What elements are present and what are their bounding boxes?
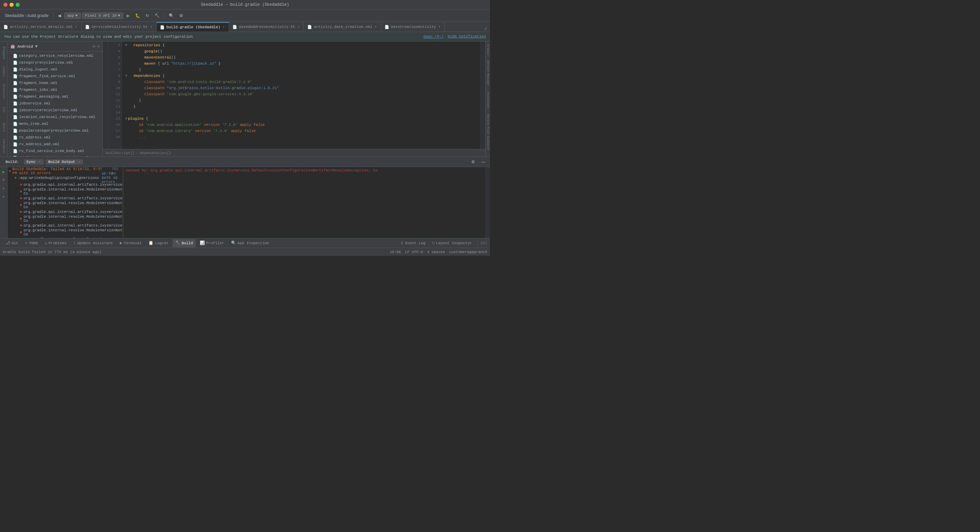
file-explorer-btn[interactable]: Device File Explorer	[485, 113, 490, 152]
tree-item-category-service-rv[interactable]: 📄 category_service_recyclerview.xml	[8, 52, 102, 59]
resource-manager-btn[interactable]: Resource	[0, 81, 7, 101]
app-tab-layout-inspector[interactable]: □ Layout Inspector	[430, 239, 475, 247]
tree-item-rv-find-body[interactable]: 📄 rv_find_service_item_body.xml	[8, 148, 102, 154]
branch-label[interactable]: customerapppranch	[449, 250, 487, 254]
back-button[interactable]: ◀	[56, 12, 63, 19]
build-output-tab[interactable]: Build Output ×	[46, 159, 83, 165]
build-close-btn[interactable]: —	[479, 159, 487, 165]
breadcrumb-item-1[interactable]: buildscript{}	[105, 151, 135, 155]
cursor-position[interactable]: 10:68	[390, 250, 401, 254]
sync-tab[interactable]: Sync ×	[24, 159, 43, 165]
debug-button[interactable]: 🐛	[133, 12, 142, 19]
tree-item-fragment-messaging[interactable]: 📄 fragment_messaging.xml	[8, 93, 102, 100]
tree-item-rv-address-add[interactable]: 📄 rv_address_add.xml	[8, 141, 102, 148]
settings-button[interactable]: ⚙	[177, 12, 185, 19]
minimize-button[interactable]	[10, 3, 14, 7]
chevron-down-icon: ▼	[76, 14, 78, 18]
app-tab-update-assistant[interactable]: ↑ Update Assistant	[71, 239, 116, 247]
tree-item-rv-address[interactable]: 📄 rv_address.xml	[8, 134, 102, 141]
build-item-3[interactable]: ● org.gradle.api.internal.artifacts.ivys…	[8, 195, 123, 202]
code-content[interactable]: ▼ repositories { google() mavenCentral()…	[122, 41, 480, 149]
project-icon-btn[interactable]: Project	[0, 43, 7, 63]
tree-item-menu-item[interactable]: 📄 menu_item.xml	[8, 121, 102, 127]
tree-item-jobservice[interactable]: 📄 jobservice.xml	[8, 100, 102, 107]
tab-close-icon[interactable]: ×	[438, 25, 441, 29]
close-button[interactable]	[3, 3, 8, 7]
build-item-7[interactable]: ● org.gradle.api.internal.artifacts.ivys…	[8, 222, 123, 229]
build-item-4[interactable]: ● org.gradle.internal.resolve.ModuleVers…	[8, 202, 123, 208]
tree-item-fragment-jobs[interactable]: 📄 fragment_jobs.xml	[8, 86, 102, 93]
notification-hide-link[interactable]: Hide notification	[448, 34, 486, 39]
app-tab-logcat[interactable]: 📋 Logcat	[146, 239, 171, 247]
project-nav-button[interactable]: Skedaddle › build.gradle	[3, 12, 51, 19]
run-config-selector[interactable]: app ▼	[64, 13, 81, 19]
commit-icon-btn[interactable]: Commit	[0, 64, 7, 80]
tree-item-rv-find-header[interactable]: 📄 rv_find_service_item_header.xml	[8, 154, 102, 156]
tab-service-details-activity[interactable]: 📄 ServiceDetailsActivity.kt ×	[82, 22, 156, 32]
maximize-button[interactable]	[16, 3, 20, 7]
encoding-label[interactable]: LF UTF-8	[405, 250, 423, 254]
build-item-8[interactable]: ● org.gradle.internal.resolve.ModuleVers…	[8, 229, 123, 236]
device-manager-btn[interactable]: Device Manager	[485, 59, 490, 88]
fold-icon[interactable]: ▼	[124, 42, 128, 48]
search-button[interactable]: 🔍	[167, 12, 176, 19]
tree-item-jobservice-rv[interactable]: 📄 jobservicerecyclerview.xml	[8, 107, 102, 114]
app-tab-build[interactable]: 🔨 Build	[172, 239, 196, 247]
emulator-btn[interactable]: Emulator	[0, 137, 7, 156]
tree-item-dialog-logout[interactable]: 📄 dialog_logout.xml	[8, 66, 102, 73]
sync-button[interactable]: ↻	[143, 12, 151, 19]
device-selector[interactable]: Pixel 5 API 28 ▼	[82, 13, 123, 19]
bookmarks-btn[interactable]: Bkmrk	[0, 119, 7, 136]
assistant-btn[interactable]: Assistant	[485, 91, 490, 110]
stop-icon-btn[interactable]: ■	[0, 176, 7, 183]
tab-saved-addresses[interactable]: 📄 SavedAddressesActivity.kt ×	[229, 22, 304, 32]
breadcrumb-item-2[interactable]: dependencies{}	[140, 151, 171, 155]
fold-icon-15[interactable]: ▼	[124, 116, 128, 122]
build-output-tab-close[interactable]: ×	[78, 160, 80, 164]
app-tab-app-inspection[interactable]: 🔍 App Inspection	[228, 239, 272, 247]
app-tab-problems[interactable]: ⚠ Problems	[42, 239, 69, 247]
build-item-5[interactable]: ● org.gradle.api.internal.artifacts.ivys…	[8, 208, 123, 215]
gradle-panel-btn[interactable]: Gradle	[485, 43, 490, 56]
tab-activity-service-details[interactable]: 📄 activity_service_details.xml ×	[0, 22, 82, 32]
notification-open-link[interactable]: Open (⌘;)	[423, 34, 443, 39]
app-tab-todo[interactable]: ✓ TODO	[22, 239, 41, 247]
indent-label[interactable]: 4 spaces	[427, 250, 445, 254]
tab-close-icon[interactable]: ×	[75, 25, 78, 29]
tab-activity-date-creation[interactable]: 📄 activity_date_creation.xml ×	[304, 22, 381, 32]
app-tab-profiler[interactable]: 📊 Profiler	[197, 239, 227, 247]
app-tab-terminal[interactable]: ▶ Terminal	[117, 239, 144, 247]
build-item-write-debug[interactable]: ● :app:writeDebugSigningConfigVersions U…	[8, 175, 123, 181]
build-settings-btn[interactable]: ⚙	[469, 159, 477, 165]
tab-build-gradle[interactable]: 📄 build.gradle (Skedaddle) ×	[156, 22, 229, 32]
settings-icon[interactable]: ⚙	[93, 44, 95, 49]
star-icon-btn[interactable]: ★	[0, 193, 7, 200]
tree-item-location-carousel[interactable]: 📄 location_carousel_recyclerview.xml	[8, 114, 102, 121]
app-tab-event-log[interactable]: 2 Event Log	[398, 239, 428, 247]
tab-close-icon[interactable]: ×	[222, 25, 225, 30]
window-controls[interactable]	[3, 3, 20, 7]
editor-scrollbar[interactable]	[480, 41, 485, 149]
build-item-2[interactable]: ● org.gradle.internal.resolve.ModuleVers…	[8, 188, 123, 195]
run-icon-btn[interactable]: ▶	[0, 168, 7, 175]
tab-close-icon[interactable]: ×	[374, 25, 377, 29]
bottom-scrollbar[interactable]	[485, 167, 490, 238]
col-label[interactable]: Col	[480, 241, 487, 245]
tree-item-fragment-home[interactable]: 📄 fragment_home.xml	[8, 79, 102, 86]
build-item-6[interactable]: ● org.gradle.internal.resolve.ModuleVers…	[8, 215, 123, 222]
tab-close-icon[interactable]: ×	[297, 25, 300, 29]
run-button[interactable]: ▶	[124, 12, 132, 19]
filter-icon-btn[interactable]: ⊙	[0, 185, 7, 192]
project-sidebar: 🤖 Android ▼ ⚙ ≡ 📄 category_service_recyc…	[8, 41, 103, 156]
favorites-btn[interactable]: Fav	[0, 102, 7, 118]
tree-item-popular-category[interactable]: 📄 popularcategoryrecyclerview.xml	[8, 127, 102, 134]
tree-item-fragment-find[interactable]: 📄 fragment_find_service.xml	[8, 73, 102, 79]
tree-item-category-rv[interactable]: 📄 categoryrecyclerview.xml	[8, 59, 102, 66]
sync-tab-close[interactable]: ×	[39, 160, 41, 164]
collapse-all-icon[interactable]: ≡	[97, 44, 100, 49]
build-button[interactable]: 🔨	[153, 12, 162, 19]
tab-close-icon[interactable]: ×	[150, 25, 153, 29]
app-tab-git[interactable]: ⎇ Git	[3, 239, 21, 247]
tab-date-creation-activity[interactable]: 📄 DateCreationActivity ×	[381, 22, 445, 32]
fold-icon-8[interactable]: ▼	[124, 73, 128, 79]
